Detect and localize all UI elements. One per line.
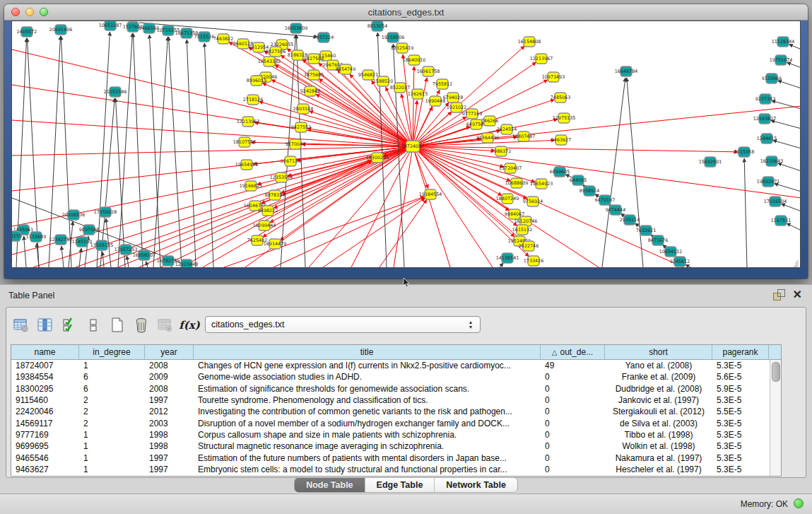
cell-title[interactable]: Investigating the contribution of common… — [194, 407, 541, 416]
cell-in_degree[interactable]: 2 — [79, 407, 145, 416]
cell-out_degree[interactable]: 0 — [541, 372, 605, 382]
graph-node[interactable]: 20691406 — [49, 25, 73, 35]
cell-pagerank[interactable]: 5.3E-5 — [712, 395, 769, 405]
graph-node[interactable]: 19654923 — [530, 179, 553, 189]
graph-node[interactable]: 9463627 — [551, 135, 571, 145]
cell-title[interactable]: Genome-wide association studies in ADHD. — [194, 372, 541, 382]
graph-node[interactable]: 2405572 — [17, 27, 37, 37]
cell-year[interactable]: 1997 — [145, 453, 194, 463]
column-header-pagerank[interactable]: pagerank — [712, 345, 769, 359]
network-canvas[interactable]: 1872400774638228660128591295423226055982… — [11, 21, 801, 268]
graph-node[interactable]: 10654112 — [659, 247, 683, 257]
graph-node[interactable]: 10688609 — [505, 178, 529, 188]
column-header-title[interactable]: title — [194, 345, 541, 359]
table-row[interactable]: 946554611997Estimation of the future num… — [11, 452, 770, 463]
cell-name[interactable]: 22420046 — [11, 407, 79, 416]
graph-node[interactable]: 12213963 — [237, 117, 260, 127]
graph-node[interactable]: 18107554 — [233, 137, 257, 147]
table-settings-button[interactable] — [11, 315, 32, 336]
cell-out_degree[interactable]: 0 — [541, 441, 605, 451]
table-row[interactable]: 1830029562008Estimation of significance … — [11, 383, 770, 395]
graph-node[interactable]: 8454749 — [336, 64, 355, 74]
cell-pagerank[interactable]: 5.3E-5 — [712, 361, 769, 370]
resize-grip-icon[interactable] — [789, 256, 799, 266]
column-header-out_degree[interactable]: △out_de... — [541, 345, 605, 359]
graph-node[interactable]: 8813054 — [367, 21, 387, 31]
cell-year[interactable]: 1998 — [145, 430, 194, 440]
cell-short[interactable]: Nakamura et al. (1997) — [605, 453, 712, 463]
table-row[interactable]: 2242004622012Investigating the contribut… — [11, 406, 770, 417]
graph-node[interactable]: 21364436 — [476, 133, 500, 143]
cell-out_degree[interactable]: 0 — [541, 453, 605, 463]
window-titlebar[interactable]: citations_edges.txt — [4, 4, 808, 21]
cell-pagerank[interactable]: 5.3E-5 — [712, 430, 769, 440]
graph-node[interactable]: 9097588 — [79, 225, 99, 235]
graph-node[interactable]: 7955812 — [433, 79, 452, 89]
graph-node[interactable]: 16543382 — [258, 57, 281, 66]
graph-node[interactable]: 15692901 — [699, 157, 722, 167]
graph-node[interactable]: 1244415 — [757, 134, 777, 144]
graph-node[interactable]: 2935114 — [620, 215, 640, 225]
cell-year[interactable]: 1998 — [145, 441, 194, 451]
cell-in_degree[interactable]: 2 — [79, 395, 145, 405]
cell-name[interactable]: 9777169 — [11, 430, 79, 440]
graph-node[interactable]: 16958107 — [133, 250, 156, 260]
graph-node[interactable]: 7986372 — [491, 146, 511, 156]
column-header-year[interactable]: year — [145, 345, 194, 359]
graph-node[interactable]: 13505135 — [90, 240, 114, 250]
cell-year[interactable]: 2003 — [145, 419, 194, 428]
scrollbar-thumb[interactable] — [772, 362, 780, 382]
cell-short[interactable]: Tibbo et al. (1998) — [605, 430, 712, 440]
cell-out_degree[interactable]: 0 — [541, 465, 605, 474]
cell-title[interactable]: Changes of HCN gene expression and I(f) … — [194, 361, 541, 370]
graph-node[interactable]: 16099444 — [253, 221, 276, 230]
table-scrollbar[interactable] — [770, 360, 781, 476]
graph-node[interactable]: 19166825 — [240, 181, 263, 191]
close-button[interactable] — [11, 8, 20, 16]
graph-node[interactable]: 16154808 — [518, 37, 541, 47]
cell-year[interactable]: 1997 — [145, 395, 194, 405]
graph-node[interactable]: 8958924 — [579, 186, 599, 196]
cell-title[interactable]: Corpus callosum shape and size in male p… — [194, 430, 541, 440]
tab-edge-table[interactable]: Edge Table — [365, 478, 435, 492]
graph-node[interactable]: 3624554 — [497, 124, 517, 134]
cell-in_degree[interactable]: 1 — [79, 441, 145, 451]
graph-node[interactable]: 7515526 — [194, 32, 214, 42]
cell-year[interactable]: 2008 — [145, 384, 194, 394]
cell-short[interactable]: de Silva et al. (2003) — [605, 419, 712, 428]
graph-node[interactable]: 1733426 — [524, 256, 543, 266]
close-panel-icon[interactable]: ✕ — [793, 289, 802, 300]
float-window-icon[interactable] — [773, 289, 784, 300]
graph-node[interactable]: 16210643 — [760, 156, 784, 166]
cell-out_degree[interactable]: 0 — [541, 430, 605, 440]
column-header-short[interactable]: short — [605, 345, 712, 359]
graph-node[interactable]: 12213967 — [530, 54, 553, 64]
graph-node[interactable]: 1362615 — [408, 89, 428, 99]
cell-pagerank[interactable]: 5.3E-5 — [712, 453, 769, 463]
graph-node[interactable]: 19751074 — [770, 55, 793, 65]
cell-pagerank[interactable]: 5.3E-5 — [712, 465, 769, 474]
graph-node[interactable]: 9756924 — [523, 197, 543, 206]
cell-short[interactable]: Stergiakouli et al. (2012) — [605, 407, 712, 416]
cell-in_degree[interactable]: 1 — [79, 453, 145, 463]
graph-node[interactable]: 16648784 — [615, 66, 638, 76]
cell-out_degree[interactable]: 49 — [541, 361, 605, 370]
graph-node[interactable]: 10653287 — [99, 21, 122, 30]
graph-node[interactable]: 39159 — [12, 231, 22, 241]
graph-node[interactable]: 9129966 — [762, 74, 782, 83]
new-table-button[interactable] — [107, 315, 128, 336]
cell-out_degree[interactable]: 0 — [541, 395, 605, 405]
graph-node[interactable]: 15720407 — [499, 163, 522, 173]
graph-node[interactable]: 12093827 — [753, 114, 777, 124]
graph-node[interactable]: 1115689 — [26, 232, 46, 242]
table-selector-dropdown[interactable]: citations_edges.txt ▲▼ — [205, 316, 481, 333]
table-row[interactable]: 911546021997Tourette syndrome. Phenomeno… — [11, 395, 770, 406]
graph-node[interactable]: 9498222 — [258, 206, 278, 216]
graph-node[interactable]: 1145190 — [72, 237, 92, 247]
graph-node[interactable]: 6794028 — [443, 93, 463, 103]
import-table-button[interactable] — [155, 315, 176, 336]
graph-node[interactable]: 19654925 — [235, 160, 259, 170]
cell-name[interactable]: 9115460 — [11, 395, 79, 405]
citation-network-graph[interactable]: 1872400774638228660128591295423226055982… — [12, 21, 801, 267]
graph-node[interactable]: 1615132 — [512, 225, 532, 235]
